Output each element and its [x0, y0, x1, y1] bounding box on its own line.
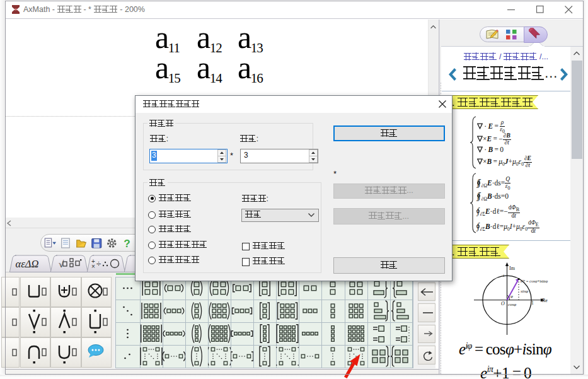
svg-text:Re: Re	[542, 298, 548, 303]
svg-text:αεΔΩ: αεΔΩ	[16, 258, 39, 270]
svg-text:O: O	[501, 301, 505, 306]
svg-text:Im: Im	[509, 265, 516, 271]
svg-text:×: ×	[91, 263, 95, 270]
svg-text:φ: φ	[510, 294, 513, 299]
svg-text:cosφ: cosφ	[508, 302, 516, 307]
svg-text:?: ?	[124, 236, 130, 249]
svg-text:√: √	[59, 259, 64, 269]
svg-text:eiφ = cosφ+isinφ: eiφ = cosφ+isinφ	[521, 279, 548, 283]
svg-text:1: 1	[531, 300, 534, 306]
svg-text:sinφ: sinφ	[521, 289, 528, 294]
svg-text:i: i	[503, 273, 504, 278]
svg-text:÷: ÷	[96, 259, 101, 269]
